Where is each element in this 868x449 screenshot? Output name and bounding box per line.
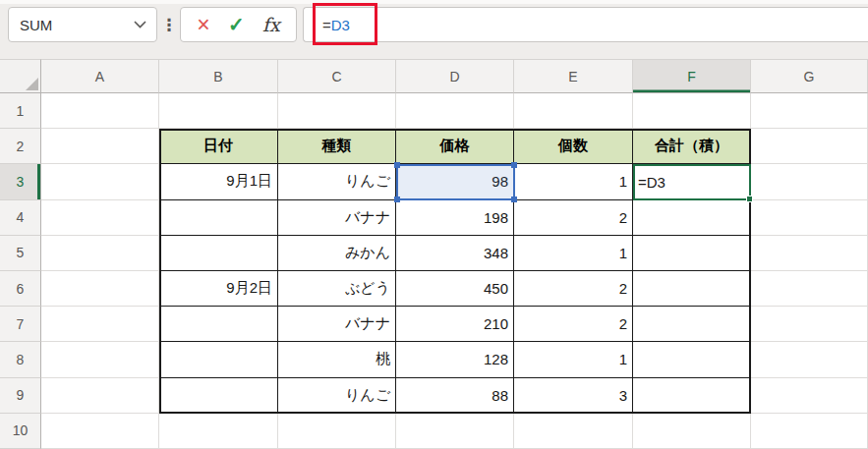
cell-D7[interactable]: 210 — [396, 307, 514, 342]
cell-C2[interactable]: 種類 — [278, 129, 396, 164]
cell-E7[interactable]: 2 — [514, 307, 633, 342]
cell-D8[interactable]: 128 — [396, 342, 514, 377]
cell-D6[interactable]: 450 — [396, 271, 514, 307]
cell-G1[interactable] — [751, 93, 868, 129]
cell-E5[interactable]: 1 — [514, 236, 633, 271]
cell-A10[interactable] — [41, 414, 159, 449]
formula-cell-reference: D3 — [331, 17, 350, 33]
column-header-A[interactable]: A — [41, 59, 159, 93]
cell-A4[interactable] — [41, 200, 159, 236]
cell-B2[interactable]: 日付 — [159, 129, 278, 164]
chevron-down-icon[interactable] — [134, 21, 146, 28]
cell-B4[interactable] — [159, 200, 278, 236]
column-header-G[interactable]: G — [751, 59, 868, 93]
cell-D4[interactable]: 198 — [396, 200, 514, 236]
ribbon-bottom-edge — [0, 0, 868, 4]
column-header-B[interactable]: B — [159, 59, 278, 93]
cell-F1[interactable] — [633, 93, 751, 129]
cell-A2[interactable] — [41, 129, 159, 164]
cancel-button[interactable]: × — [195, 14, 211, 36]
cell-C6[interactable]: ぶどう — [278, 271, 396, 307]
cell-D1[interactable] — [396, 93, 514, 129]
cell-D5[interactable]: 348 — [396, 236, 514, 271]
spreadsheet-grid: ABCDEFG12日付種類価格個数合計（積）39月1日りんご9814バナナ198… — [0, 59, 868, 449]
active-cell-formula: =D3 — [638, 174, 665, 191]
cell-G4[interactable] — [751, 200, 868, 236]
cell-A7[interactable] — [41, 307, 159, 342]
column-header-F[interactable]: F — [633, 59, 751, 93]
cell-G7[interactable] — [751, 307, 868, 342]
column-header-E[interactable]: E — [514, 59, 633, 93]
cell-C1[interactable] — [278, 93, 396, 129]
fill-handle[interactable] — [746, 196, 753, 202]
cell-F7[interactable] — [633, 307, 751, 342]
cell-C3[interactable]: りんご — [278, 164, 396, 199]
cell-G5[interactable] — [751, 236, 868, 271]
cell-C9[interactable]: りんご — [278, 378, 396, 414]
cell-G6[interactable] — [751, 271, 868, 307]
cell-F2[interactable]: 合計（積） — [633, 129, 751, 164]
cell-C8[interactable]: 桃 — [278, 342, 396, 377]
cell-E3[interactable]: 1 — [514, 164, 633, 199]
cell-D3[interactable]: 98 — [396, 164, 514, 199]
insert-function-button[interactable]: fx — [260, 16, 282, 34]
cell-A6[interactable] — [41, 271, 159, 307]
cell-E1[interactable] — [514, 93, 633, 129]
cell-F5[interactable] — [633, 236, 751, 271]
row-header-5[interactable]: 5 — [0, 236, 41, 271]
cell-B6[interactable]: 9月2日 — [159, 271, 278, 307]
cell-D2[interactable]: 価格 — [396, 129, 514, 164]
cell-F6[interactable] — [633, 271, 751, 307]
cell-C4[interactable]: バナナ — [278, 200, 396, 236]
cell-B8[interactable] — [159, 342, 278, 377]
cell-E10[interactable] — [514, 414, 633, 449]
cell-E9[interactable]: 3 — [514, 378, 633, 414]
cell-C5[interactable]: みかん — [278, 236, 396, 271]
column-header-C[interactable]: C — [278, 59, 396, 93]
formula-input[interactable]: =D3 — [303, 7, 868, 42]
cell-G3[interactable] — [751, 164, 868, 199]
cell-F8[interactable] — [633, 342, 751, 377]
row-header-7[interactable]: 7 — [0, 307, 41, 342]
cell-C10[interactable] — [278, 414, 396, 449]
cell-A5[interactable] — [41, 236, 159, 271]
cell-G2[interactable] — [751, 129, 868, 164]
cell-A3[interactable] — [41, 164, 159, 199]
cell-B9[interactable] — [159, 378, 278, 414]
cell-E4[interactable]: 2 — [514, 200, 633, 236]
name-box[interactable]: SUM — [8, 7, 157, 42]
row-header-4[interactable]: 4 — [0, 200, 41, 236]
cell-E8[interactable]: 1 — [514, 342, 633, 377]
cell-F9[interactable] — [633, 378, 751, 414]
row-header-3[interactable]: 3 — [0, 164, 41, 199]
cell-D10[interactable] — [396, 414, 514, 449]
cell-F10[interactable] — [633, 414, 751, 449]
cell-C7[interactable]: バナナ — [278, 307, 396, 342]
cell-B10[interactable] — [159, 414, 278, 449]
column-header-D[interactable]: D — [396, 59, 514, 93]
row-header-9[interactable]: 9 — [0, 378, 41, 414]
formula-buttons-group: × ✓ fx — [180, 7, 297, 42]
row-header-1[interactable]: 1 — [0, 93, 41, 129]
select-all-button[interactable] — [0, 59, 41, 93]
row-header-8[interactable]: 8 — [0, 342, 41, 377]
row-header-10[interactable]: 10 — [0, 414, 41, 449]
cell-D9[interactable]: 88 — [396, 378, 514, 414]
cell-G10[interactable] — [751, 414, 868, 449]
active-cell-F3[interactable]: =D3 — [633, 164, 751, 200]
cell-G9[interactable] — [751, 378, 868, 414]
cell-A1[interactable] — [41, 93, 159, 129]
cell-G8[interactable] — [751, 342, 868, 377]
cell-B5[interactable] — [159, 236, 278, 271]
cell-B7[interactable] — [159, 307, 278, 342]
cell-B3[interactable]: 9月1日 — [159, 164, 278, 199]
row-header-6[interactable]: 6 — [0, 271, 41, 307]
cell-A8[interactable] — [41, 342, 159, 377]
cell-B1[interactable] — [159, 93, 278, 129]
row-header-2[interactable]: 2 — [0, 129, 41, 164]
cell-F4[interactable] — [633, 200, 751, 236]
enter-button[interactable]: ✓ — [226, 15, 247, 34]
cell-E2[interactable]: 個数 — [514, 129, 633, 164]
cell-E6[interactable]: 2 — [514, 271, 633, 307]
cell-A9[interactable] — [41, 378, 159, 414]
